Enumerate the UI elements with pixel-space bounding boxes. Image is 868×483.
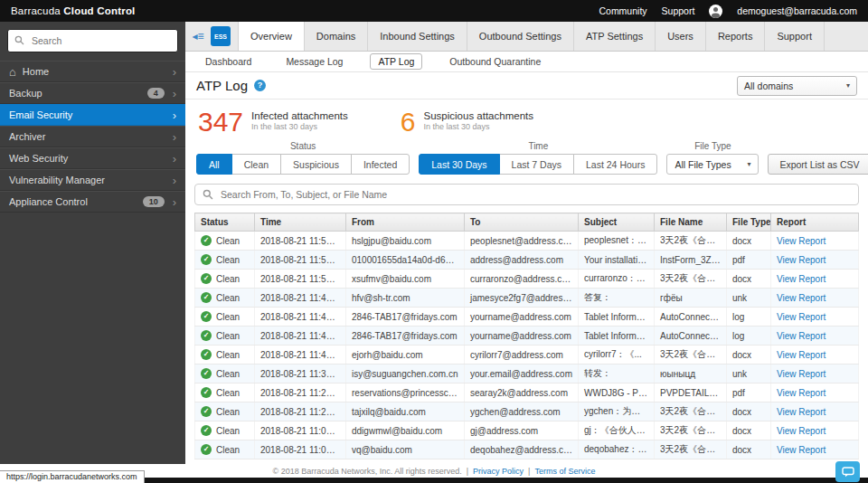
column-header-file-name[interactable]: File Name [655,213,727,232]
to-cell: yourname@address.com [465,308,579,327]
report-cell: View Report [771,308,859,327]
chevron-right-icon: › [173,109,176,121]
user-email[interactable]: demoguest@barracuda.com [737,5,857,16]
filetype-filter: File Type All File Types ▾ [666,141,759,175]
status-filter: Status AllCleanSuspiciousInfected [196,141,410,175]
filetype-filter-label: File Type [666,141,759,151]
column-header-status[interactable]: Status [195,213,255,232]
view-report-link[interactable]: View Report [777,293,826,303]
domain-select[interactable]: All domains ▾ [737,76,857,96]
report-cell: View Report [771,402,859,421]
status-filter-infected[interactable]: Infected [351,154,410,175]
ess-product-icon[interactable]: ESS [211,26,231,46]
help-icon[interactable]: ? [254,80,266,91]
chevron-right-icon: › [173,66,176,78]
status-filter-clean[interactable]: Clean [231,154,281,175]
sidebar-item-label: Web Security [9,153,68,164]
status-text: Clean [216,369,240,379]
tab-users[interactable]: Users [656,22,706,51]
clean-status-icon [201,444,212,455]
view-report-link[interactable]: View Report [777,255,826,265]
community-link[interactable]: Community [599,5,646,16]
sidebar-item-email-security[interactable]: Email Security› [0,104,185,126]
view-report-link[interactable]: View Report [777,369,826,379]
column-header-subject[interactable]: Subject [579,213,655,232]
time-filter-last-24-hours[interactable]: Last 24 Hours [573,154,657,175]
view-report-link[interactable]: View Report [777,426,826,436]
time-filter-last-30-days[interactable]: Last 30 Days [419,154,499,175]
sidebar-item-label: Backup [9,88,42,99]
view-report-link[interactable]: View Report [777,388,826,398]
table-row: Clean2018-08-21 11:33:31isy@suguangchen.… [195,365,859,384]
column-header-from[interactable]: From [346,213,465,232]
table-search-input[interactable] [194,184,859,205]
table-wrap: StatusTimeFromToSubjectFile NameFile Typ… [194,213,859,483]
view-report-link[interactable]: View Report [777,350,826,360]
from-cell: 2846-TAB17@fridays.com [346,327,465,346]
status-cell: Clean [195,308,255,327]
terms-of-service-link[interactable]: Terms of Service [534,467,595,476]
view-report-link[interactable]: View Report [777,274,826,284]
status-filter-all[interactable]: All [196,154,232,175]
collapse-sidebar-icon[interactable]: ◂≡ [185,22,211,51]
from-cell: tajxilq@baidu.com [346,402,465,421]
subject-cell: Your installation f... [579,251,655,270]
tab-overview[interactable]: Overview [238,22,305,51]
subtab-atp-log[interactable]: ATP Log [370,53,422,70]
status-filter-suspicious[interactable]: Suspicious [280,154,352,175]
subject-cell: 转发： [579,365,655,384]
sidebar-item-appliance-control[interactable]: Appliance Control10› [0,191,185,213]
table-header-row: StatusTimeFromToSubjectFile NameFile Typ… [195,213,859,232]
subject-cell: peoplesnet：《... [579,232,655,251]
column-header-report[interactable]: Report [771,213,859,232]
filetype-select[interactable]: All File Types ▾ [666,154,759,175]
to-cell: ygchen@address.com [465,402,579,421]
tab-outbound-settings[interactable]: Outbound Settings [467,22,574,51]
subtab-outbound-quarantine[interactable]: Outbound Quarantine [442,54,548,69]
suspicious-label: Suspicious attachments [424,110,533,121]
to-cell: cyrilorr7@address.com [465,346,579,365]
clean-status-icon [201,311,212,322]
tab-support[interactable]: Support [765,22,825,51]
filename-cell: 3天2夜《合伙人... [655,346,727,365]
tab-inbound-settings[interactable]: Inbound Settings [368,22,467,51]
column-header-to[interactable]: To [465,213,579,232]
time-cell: 2018-08-21 11:56:52 [255,251,346,270]
filetype-cell: unk [727,365,771,384]
status-cell: Clean [195,327,255,346]
chevron-down-icon: ▾ [747,160,750,168]
sidebar-item-vulnerability-manager[interactable]: Vulnerability Manager› [0,169,185,191]
tab-reports[interactable]: Reports [706,22,766,51]
privacy-policy-link[interactable]: Privacy Policy [473,467,524,476]
tab-domains[interactable]: Domains [305,22,368,51]
sidebar-item-backup[interactable]: Backup4› [0,82,185,104]
column-header-time[interactable]: Time [255,213,346,232]
sidebar-item-home[interactable]: ⌂Home› [0,61,185,82]
from-cell: hslgjpu@baidu.com [346,232,465,251]
sidebar-item-archiver[interactable]: Archiver› [0,126,185,147]
tab-atp-settings[interactable]: ATP Settings [574,22,656,51]
time-filter-last-7-days[interactable]: Last 7 Days [499,154,574,175]
column-header-file-type[interactable]: File Type [727,213,771,232]
brand-logo[interactable]: Barracuda Cloud Control [11,5,136,16]
sidebar-search-input[interactable] [7,29,178,52]
view-report-link[interactable]: View Report [777,331,826,341]
status-text: Clean [216,331,240,341]
subject-cell: ygchen：为什么... [579,402,655,421]
subtab-message-log[interactable]: Message Log [278,54,350,69]
status-text: Clean [216,388,240,398]
user-avatar-icon[interactable] [709,5,722,18]
report-cell: View Report [771,440,859,459]
view-report-link[interactable]: View Report [777,407,826,417]
view-report-link[interactable]: View Report [777,445,826,455]
support-link[interactable]: Support [662,5,695,16]
chat-button[interactable] [835,461,860,482]
sidebar-item-label: Vulnerability Manager [9,175,105,185]
filename-cell: AutoConnect.log [655,308,727,327]
view-report-link[interactable]: View Report [777,236,826,246]
view-report-link[interactable]: View Report [777,312,826,322]
status-cell: Clean [195,270,255,289]
sidebar-item-web-security[interactable]: Web Security› [0,147,185,169]
subtab-dashboard[interactable]: Dashboard [198,54,259,69]
export-csv-button[interactable]: Export List as CSV [768,154,868,175]
